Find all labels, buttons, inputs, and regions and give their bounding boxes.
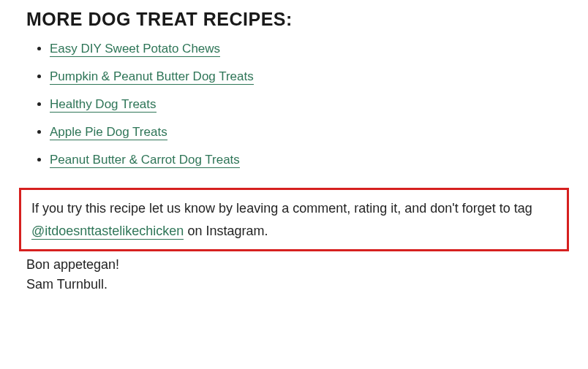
callout-text-after: on Instagram. — [184, 224, 268, 238]
instagram-handle-link[interactable]: @itdoesnttastelikechicken — [31, 224, 184, 240]
author-name: Sam Turnbull. — [26, 277, 562, 292]
list-item: Pumpkin & Peanut Butter Dog Treats — [50, 69, 562, 84]
recipe-link-list: Easy DIY Sweet Potato Chews Pumpkin & Pe… — [26, 42, 562, 167]
recipe-link[interactable]: Healthy Dog Treats — [50, 97, 157, 113]
list-item: Peanut Butter & Carrot Dog Treats — [50, 153, 562, 167]
recipe-link[interactable]: Peanut Butter & Carrot Dog Treats — [50, 153, 240, 168]
article-content: MORE DOG TREAT RECIPES: Easy DIY Sweet P… — [0, 0, 588, 310]
list-item: Apple Pie Dog Treats — [50, 125, 562, 140]
signoff-text: Bon appetegan! — [26, 257, 562, 273]
callout-box: If you try this recipe let us know by le… — [19, 188, 569, 251]
recipe-link[interactable]: Apple Pie Dog Treats — [50, 125, 167, 140]
list-item: Healthy Dog Treats — [50, 97, 562, 112]
section-heading: MORE DOG TREAT RECIPES: — [26, 9, 562, 30]
recipe-link[interactable]: Pumpkin & Peanut Butter Dog Treats — [50, 69, 254, 85]
list-item: Easy DIY Sweet Potato Chews — [50, 42, 562, 56]
recipe-link[interactable]: Easy DIY Sweet Potato Chews — [50, 42, 220, 57]
callout-text-before: If you try this recipe let us know by le… — [31, 201, 532, 216]
